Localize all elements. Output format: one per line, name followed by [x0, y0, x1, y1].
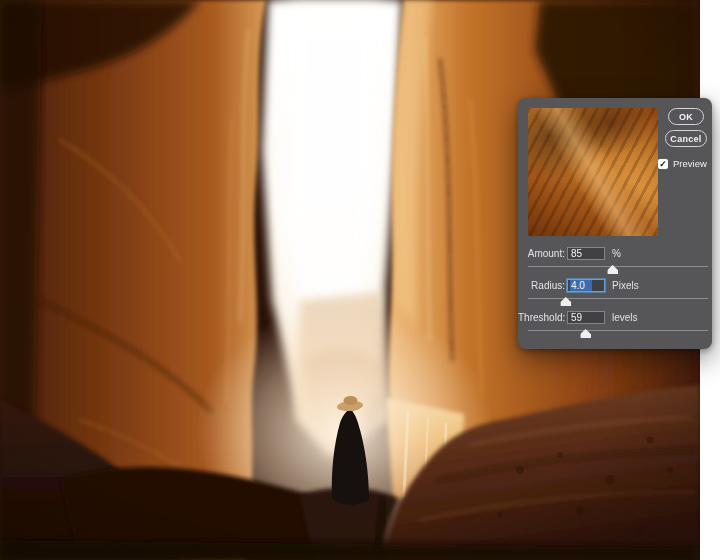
threshold-slider-thumb[interactable]	[580, 329, 591, 338]
unsharp-mask-dialog: OK Cancel ✓ Preview Amount: 85 % Radius:…	[518, 98, 712, 349]
radius-unit: Pixels	[612, 280, 639, 291]
preview-label: Preview	[673, 158, 707, 169]
threshold-unit: levels	[612, 312, 638, 323]
threshold-input[interactable]: 59	[567, 311, 605, 324]
radius-input[interactable]: 4.0	[567, 279, 605, 292]
filter-preview-thumbnail[interactable]	[528, 108, 658, 236]
amount-unit: %	[612, 248, 621, 259]
preview-checkbox[interactable]: ✓	[658, 159, 668, 169]
threshold-field-row: Threshold: 59 levels	[518, 311, 712, 341]
amount-label: Amount:	[518, 248, 565, 259]
radius-field-row: Radius: 4.0 Pixels	[518, 279, 712, 309]
radius-label: Radius:	[518, 280, 565, 291]
amount-slider-track[interactable]	[528, 266, 708, 267]
cancel-button[interactable]: Cancel	[665, 130, 707, 147]
check-icon: ✓	[659, 159, 667, 169]
threshold-label: Threshold:	[518, 312, 565, 323]
canvas: OK Cancel ✓ Preview Amount: 85 % Radius:…	[0, 0, 720, 560]
preview-toggle[interactable]: ✓ Preview	[658, 158, 707, 169]
radius-slider-track[interactable]	[528, 298, 708, 299]
radius-slider-thumb[interactable]	[560, 297, 571, 306]
ok-button[interactable]: OK	[668, 108, 704, 125]
threshold-slider-track[interactable]	[528, 330, 708, 331]
amount-slider-thumb[interactable]	[607, 265, 618, 274]
amount-input[interactable]: 85	[567, 247, 605, 260]
amount-field-row: Amount: 85 %	[518, 247, 712, 277]
